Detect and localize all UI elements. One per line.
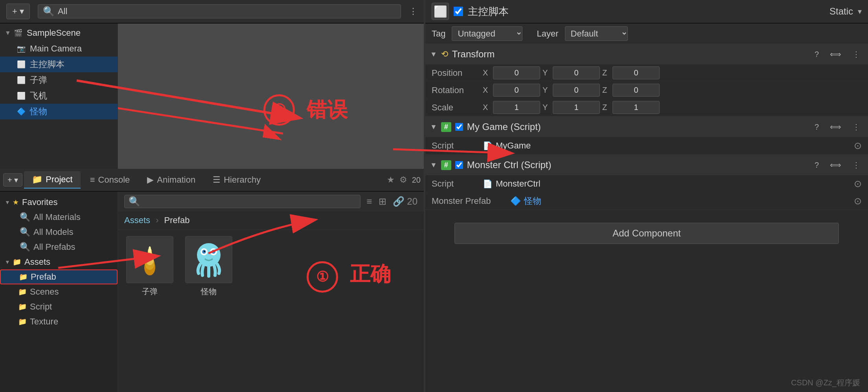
zidan-icon: ⬜ [16, 75, 27, 86]
assets-search-input[interactable] [143, 197, 356, 206]
tab-bar: + ▾ 📁 Project ≡ Console ▶ Animation ☰ Hi… [0, 169, 424, 192]
monster-prefab-value: 🔷 怪物 [510, 195, 541, 207]
my-game-script-value: 📄 MyGame [483, 141, 531, 151]
scale-y-input[interactable] [553, 101, 600, 114]
scale-axis: X Y Z [483, 101, 862, 114]
scale-x-input[interactable] [493, 101, 540, 114]
tree-item-guaiwu[interactable]: 🔷 怪物 [0, 104, 118, 119]
add-icon: + ▾ [12, 6, 24, 16]
my-game-target-btn[interactable]: ⊙ [854, 140, 862, 151]
static-label: Static [829, 6, 853, 17]
monster-ctrl-settings-btn[interactable]: ⟺ [827, 159, 844, 171]
sidebar-texture-folder[interactable]: 📁 Texture [0, 314, 118, 329]
search-icon-mod: 🔍 [20, 227, 30, 237]
pos-y-input[interactable] [553, 66, 600, 79]
transform-settings-btn[interactable]: ⟺ [827, 48, 844, 60]
asset-thumb-guaiwu [185, 236, 232, 283]
rot-z-input[interactable] [612, 84, 660, 97]
rot-y-label: Y [542, 86, 550, 95]
rot-y-input[interactable] [553, 84, 600, 97]
sidebar-prefab-folder[interactable]: 📁 Prefab [0, 269, 118, 284]
asset-guaiwu[interactable]: 怪物 [183, 236, 234, 297]
tree-item-main-camera[interactable]: 📷 Main Camera [0, 41, 118, 57]
sidebar-script-folder[interactable]: 📁 Script [0, 299, 118, 314]
scale-row: Scale X Y Z [425, 99, 868, 116]
mygame-script-name: MyGame [496, 141, 531, 151]
my-game-arrow: ▼ [430, 123, 437, 131]
my-game-more-btn[interactable]: ⋮ [849, 121, 863, 133]
transform-help-btn[interactable]: ? [811, 48, 822, 60]
transform-more-btn[interactable]: ⋮ [849, 48, 863, 60]
monster-ctrl-target-btn[interactable]: ⊙ [854, 178, 862, 189]
tree-item-zidan[interactable]: ⬜ 子弹 [0, 72, 118, 88]
pos-z-input[interactable] [612, 66, 660, 79]
sort-icon[interactable]: 🔗 20 [393, 196, 417, 207]
add-component-btn[interactable]: Add Component [454, 223, 839, 244]
tree-item-feiji[interactable]: ⬜ 飞机 [0, 88, 118, 104]
static-dropdown-icon[interactable]: ▾ [858, 7, 862, 16]
tree-item-zhukong[interactable]: ⬜ 主控脚本 [0, 57, 118, 72]
sidebar-scenes-folder[interactable]: 📁 Scenes [0, 284, 118, 299]
scale-z-input[interactable] [612, 101, 660, 114]
scale-y-label: Y [542, 103, 550, 112]
monsterctrl-script-name: MonsterCtrl [496, 179, 541, 189]
rot-x-label: X [483, 86, 491, 95]
sidebar-all-prefabs[interactable]: 🔍 All Prefabs [0, 240, 118, 255]
my-game-active[interactable] [455, 123, 463, 131]
project-icon: 📁 [32, 174, 42, 185]
svg-point-7 [149, 246, 151, 252]
monster-ctrl-help-btn[interactable]: ? [811, 159, 822, 171]
tab-animation[interactable]: ▶ Animation [139, 172, 203, 188]
sidebar-favorites[interactable]: ▼ ★ Favorites [0, 195, 118, 210]
monster-ctrl-active[interactable] [455, 161, 463, 169]
my-game-hash-icon: # [441, 122, 451, 132]
monster-ctrl-script-label: Script [432, 179, 483, 189]
breadcrumb-sep: › [156, 215, 161, 225]
scale-z-label: Z [602, 103, 610, 112]
options-icon2[interactable]: ⚙ [399, 175, 407, 185]
tab-project[interactable]: 📁 Project [24, 171, 80, 189]
my-game-help-btn[interactable]: ? [811, 121, 822, 133]
tab-hierarchy[interactable]: ☰ Hierarchy [205, 172, 268, 188]
inspector-tag-row: Tag Untagged Layer Default [425, 24, 868, 44]
pos-x-input[interactable] [493, 66, 540, 79]
transform-header[interactable]: ▼ ⟲ Transform ? ⟺ ⋮ [425, 44, 868, 64]
layout-icon[interactable]: ⊞ [379, 196, 386, 207]
sidebar-all-materials[interactable]: 🔍 All Materials [0, 210, 118, 225]
favorites-icon[interactable]: ★ [387, 175, 395, 185]
my-game-header[interactable]: ▼ # My Game (Script) ? ⟺ ⋮ [425, 117, 868, 137]
add-button[interactable]: + ▾ [6, 4, 30, 19]
options-icon[interactable]: ⋮ [409, 6, 417, 16]
transform-title: Transform [452, 49, 495, 60]
my-game-settings-btn[interactable]: ⟺ [827, 121, 844, 133]
asset-zidan[interactable]: 子弹 [124, 236, 175, 297]
left-panel: + ▾ 🔍 ⋮ ▼ 🎬 SampleScene [0, 0, 425, 392]
monster-ctrl-header[interactable]: ▼ # Monster Ctrl (Script) ? ⟺ ⋮ [425, 155, 868, 175]
rotation-axis: X Y Z [483, 84, 862, 97]
pos-x-label: X [483, 68, 491, 77]
sidebar-all-models[interactable]: 🔍 All Models [0, 225, 118, 240]
prefab-target-btn[interactable]: ⊙ [854, 196, 862, 207]
tree-item-samplescene[interactable]: ▼ 🎬 SampleScene [0, 25, 118, 41]
hierarchy-search-input[interactable] [58, 6, 396, 16]
my-game-script-label: Script [432, 141, 483, 151]
hierarchy-tree: ▼ 🎬 SampleScene 📷 Main Camera ⬜ 主控 [0, 24, 118, 121]
filter-icon[interactable]: ≡ [367, 196, 372, 207]
scale-x-label: X [483, 103, 491, 112]
breadcrumb-assets[interactable]: Assets [124, 215, 150, 225]
scene-canvas [118, 24, 424, 169]
sidebar-assets[interactable]: ▼ 📁 Assets [0, 255, 118, 269]
project-add-btn[interactable]: + ▾ [3, 173, 22, 187]
monster-ctrl-more-btn[interactable]: ⋮ [849, 159, 863, 171]
pos-y-label: Y [542, 68, 550, 77]
zhukong-icon: ⬜ [16, 59, 27, 70]
active-checkbox[interactable] [454, 7, 463, 16]
tab-console[interactable]: ≡ Console [82, 172, 138, 188]
scene-icon: 🎬 [13, 27, 24, 38]
monster-prefab-row: Monster Prefab 🔷 怪物 ⊙ [425, 192, 868, 210]
rot-x-input[interactable] [493, 84, 540, 97]
scenes-folder-icon: 📁 [18, 288, 27, 296]
guaiwu-label: 怪物 [30, 106, 47, 117]
layer-select[interactable]: Default [565, 26, 628, 41]
tag-select[interactable]: Untagged [452, 26, 522, 41]
